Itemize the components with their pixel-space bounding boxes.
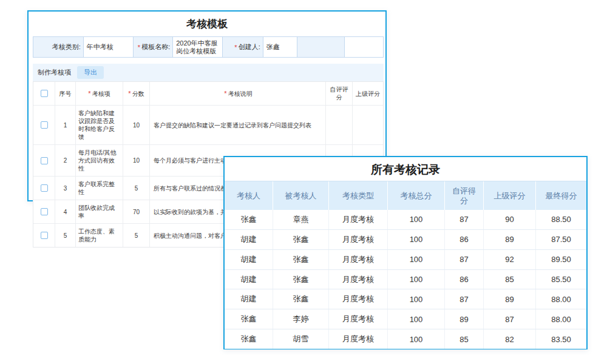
seq-header: 序号 [55, 82, 76, 105]
table-row: 张鑫 章燕 月度考核 100 87 90 88.50 [225, 210, 586, 230]
assessor-cell: 胡建 [225, 230, 273, 249]
make-items-label: 制作考核项 [38, 68, 71, 77]
empty-value-cell [345, 37, 383, 57]
final-score-cell: 87.50 [536, 230, 586, 249]
final-score-cell: 88.00 [536, 309, 586, 329]
self-score-cell: 85 [445, 329, 484, 349]
table-row: 胡建 张鑫 月度考核 100 86 89 87.50 [225, 230, 586, 250]
row-checkbox[interactable] [41, 184, 48, 192]
total-score-cell: 100 [388, 289, 445, 309]
row-checkbox[interactable] [41, 121, 48, 129]
superior-score-cell: 87 [484, 309, 536, 329]
assessor-cell: 胡建 [225, 250, 273, 269]
empty-label-cell [297, 37, 345, 57]
records-header-row: 考核人 被考核人 考核类型 考核总分 自评得分 上级评分 最终得分 [225, 181, 586, 210]
type-cell: 月度考核 [329, 309, 388, 329]
assessee-cell: 张鑫 [273, 270, 329, 289]
item-cell: 每月电话/其他方式回访有效性 [76, 145, 123, 176]
superior-score-cell: 89 [484, 289, 536, 309]
score-cell: 10 [123, 106, 150, 144]
seq-cell: 5 [55, 224, 76, 247]
total-score-cell: 100 [388, 270, 445, 289]
item-cell: 团队收款完成率 [76, 200, 123, 223]
seq-cell: 4 [55, 200, 76, 223]
self-score-cell: 87 [445, 289, 484, 309]
final-score-cell: 85.50 [536, 270, 586, 289]
total-score-cell: 100 [388, 230, 445, 249]
score-cell: 5 [123, 224, 150, 247]
superior-score-header: 上级评分 [484, 181, 536, 210]
superior-score-cell: 82 [484, 329, 536, 349]
required-asterisk: * [234, 44, 237, 51]
row-checkbox[interactable] [41, 208, 48, 215]
assessee-cell: 张鑫 [273, 230, 329, 249]
creator-label: *创建人: [223, 37, 263, 57]
desc-cell: 客户提交的缺陷和建议一定要通过记录到客户问题提交列表 [150, 106, 326, 144]
score-cell: 10 [123, 145, 150, 176]
category-label: 考核类别: [33, 37, 84, 57]
assessor-cell: 张鑫 [225, 329, 273, 349]
template-name-value: 2020年中客服岗位考核模版 [173, 37, 223, 57]
type-header: 考核类型 [329, 181, 388, 210]
select-all-checkbox[interactable] [41, 90, 48, 97]
item-cell: 客户缺陷和建议跟踪是否及时和给客户反馈 [76, 106, 123, 144]
assessee-cell: 李婷 [273, 309, 329, 329]
required-asterisk: * [138, 44, 140, 51]
template-name-label: *模板名称: [134, 37, 173, 57]
table-row: 1 客户缺陷和建议跟踪是否及时和给客户反馈 10 客户提交的缺陷和建议一定要通过… [33, 106, 383, 145]
seq-cell: 1 [55, 106, 76, 144]
row-checkbox[interactable] [41, 157, 48, 164]
required-asterisk: * [224, 90, 226, 98]
table-row: 胡建 张鑫 月度考核 100 87 92 89.50 [225, 250, 586, 270]
final-score-header: 最终得分 [536, 181, 586, 210]
total-score-cell: 100 [388, 309, 445, 329]
total-score-header: 考核总分 [388, 181, 445, 210]
score-cell: 70 [123, 200, 150, 223]
item-header: *考核项 [76, 82, 123, 105]
assessee-cell: 胡雪 [273, 329, 329, 349]
row-checkbox-cell [33, 177, 55, 200]
export-button[interactable]: 导出 [77, 66, 104, 79]
assessor-cell: 张鑫 [225, 210, 273, 229]
creator-value: 张鑫 [263, 37, 297, 57]
final-score-cell: 89.50 [536, 250, 586, 269]
desc-header: *考核说明 [150, 82, 326, 105]
self-score-header: 自评评分 [326, 82, 353, 105]
type-cell: 月度考核 [329, 289, 388, 309]
type-cell: 月度考核 [329, 210, 388, 229]
items-table-header-row: 序号 *考核项 *分数 *考核说明 自评评分 上级评分 [33, 82, 383, 106]
superior-score-cell: 85 [484, 270, 536, 289]
required-asterisk: * [88, 90, 90, 98]
records-title: 所有考核记录 [225, 162, 586, 178]
assessor-cell: 胡建 [225, 270, 273, 289]
assessee-cell: 张鑫 [273, 289, 329, 309]
self-score-cell: 87 [445, 210, 484, 229]
required-asterisk: * [128, 90, 131, 98]
final-score-cell: 83.50 [536, 329, 586, 349]
assessment-records-panel: 所有考核记录 考核人 被考核人 考核类型 考核总分 自评得分 上级评分 最终得分… [223, 156, 588, 349]
total-score-cell: 100 [388, 210, 445, 229]
assessor-cell: 张鑫 [225, 309, 273, 329]
row-checkbox-cell [33, 200, 55, 223]
assessee-header: 被考核人 [273, 181, 329, 210]
row-checkbox-cell [33, 106, 55, 144]
seq-cell: 2 [55, 145, 76, 176]
records-table: 考核人 被考核人 考核类型 考核总分 自评得分 上级评分 最终得分 张鑫 章燕 … [225, 181, 586, 349]
type-cell: 月度考核 [329, 270, 388, 289]
header-checkbox-cell [33, 82, 55, 105]
assessee-cell: 章燕 [273, 210, 329, 229]
seq-cell: 3 [55, 177, 76, 200]
row-checkbox-cell [33, 224, 55, 247]
assessor-header: 考核人 [225, 181, 273, 210]
self-score-header: 自评得分 [445, 181, 484, 210]
superior-score-cell: 90 [484, 210, 536, 229]
score-header: *分数 [123, 82, 150, 105]
records-body: 张鑫 章燕 月度考核 100 87 90 88.50 胡建 张鑫 月度考核 10… [225, 210, 586, 349]
score-cell: 5 [123, 177, 150, 200]
superior-score-cell: 89 [484, 230, 536, 249]
item-cell: 客户联系完整性 [76, 177, 123, 200]
self-score-cell: 87 [445, 250, 484, 269]
row-checkbox[interactable] [41, 232, 48, 239]
final-score-cell: 88.00 [536, 289, 586, 309]
superior-score-header: 上级评分 [353, 82, 383, 105]
